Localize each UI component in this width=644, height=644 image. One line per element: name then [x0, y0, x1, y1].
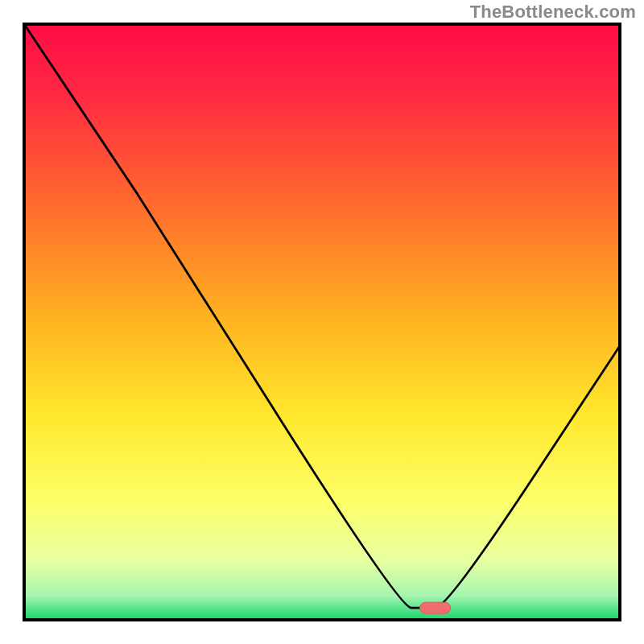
current-config-marker	[420, 602, 451, 613]
watermark-text: TheBottleneck.com	[470, 2, 636, 23]
plot-background	[24, 24, 620, 620]
chart-frame: TheBottleneck.com	[0, 0, 644, 644]
bottleneck-chart	[0, 0, 644, 644]
